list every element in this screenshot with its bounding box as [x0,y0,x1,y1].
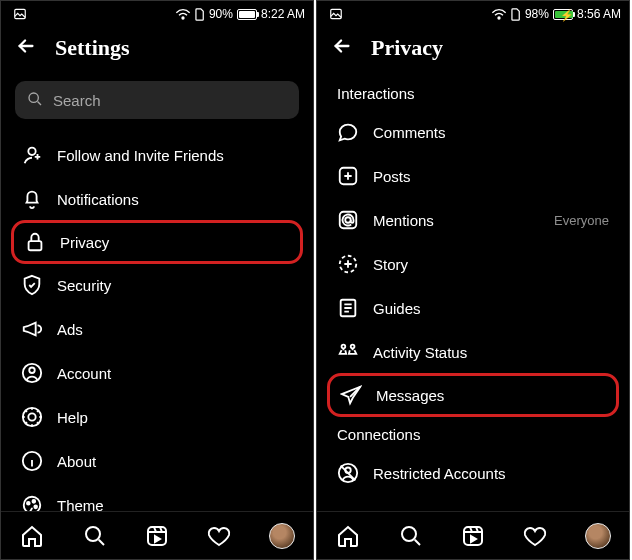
clock: 8:22 AM [261,7,305,21]
svg-point-11 [27,502,30,505]
search-nav-icon[interactable] [398,523,424,549]
menu-label: Restricted Accounts [373,465,506,482]
svg-point-23 [342,345,346,349]
svg-point-14 [86,527,100,541]
menu-activity-status[interactable]: Activity Status [319,330,627,374]
menu-mentions[interactable]: Mentions Everyone [319,198,627,242]
svg-rect-15 [148,527,166,545]
menu-label: Security [57,277,111,294]
svg-rect-28 [464,527,482,545]
menu-label: Help [57,409,88,426]
page-title: Settings [55,35,130,61]
search-input[interactable]: Search [15,81,299,119]
wifi-icon [175,8,191,20]
menu-label: Follow and Invite Friends [57,147,224,164]
back-icon[interactable] [15,35,37,61]
menu-label: Story [373,256,408,273]
phone-privacy: 98% ⚡ 8:56 AM Privacy Interactions Comme… [316,0,630,560]
svg-point-24 [351,345,355,349]
menu-follow-invite[interactable]: Follow and Invite Friends [3,133,311,177]
menu-label: Account [57,365,111,382]
menu-theme[interactable]: Theme [3,483,311,511]
theme-icon [21,494,43,511]
picture-icon [329,7,343,21]
menu-label: Activity Status [373,344,467,361]
heart-icon[interactable] [522,523,548,549]
reels-icon[interactable] [144,523,170,549]
bottom-nav [317,511,629,559]
menu-help[interactable]: Help [3,395,311,439]
battery-icon [237,9,257,20]
menu-notifications[interactable]: Notifications [3,177,311,221]
svg-point-12 [32,500,35,503]
menu-label: Privacy [60,234,109,251]
guides-icon [337,297,359,319]
menu-privacy[interactable]: Privacy [11,220,303,264]
profile-avatar[interactable] [585,523,611,549]
menu-comments[interactable]: Comments [319,110,627,154]
megaphone-icon [21,318,43,340]
svg-point-3 [28,148,35,155]
menu-about[interactable]: About [3,439,311,483]
menu-label: Mentions [373,212,434,229]
svg-point-17 [498,17,500,19]
menu-posts[interactable]: Posts [319,154,627,198]
picture-icon [13,7,27,21]
account-icon [21,362,43,384]
help-icon [21,406,43,428]
sim-icon [195,8,205,21]
clock: 8:56 AM [577,7,621,21]
status-bar: 90% 8:22 AM [1,1,313,27]
search-placeholder: Search [53,92,101,109]
svg-point-13 [34,505,37,508]
home-icon[interactable] [19,523,45,549]
heart-icon[interactable] [206,523,232,549]
svg-point-6 [29,368,35,374]
svg-point-8 [28,413,35,420]
mentions-icon [337,209,359,231]
sim-icon [511,8,521,21]
bottom-nav [1,511,313,559]
battery-icon: ⚡ [553,9,573,20]
battery-pct: 90% [209,7,233,21]
search-nav-icon[interactable] [82,523,108,549]
menu-security[interactable]: Security [3,263,311,307]
profile-avatar[interactable] [269,523,295,549]
menu-label: Guides [373,300,421,317]
search-icon [27,91,43,110]
menu-label: Messages [376,387,444,404]
menu-account[interactable]: Account [3,351,311,395]
back-icon[interactable] [331,35,353,61]
menu-label: Notifications [57,191,139,208]
svg-point-2 [29,93,38,102]
menu-label: About [57,453,96,470]
story-icon [337,253,359,275]
comment-icon [337,121,359,143]
svg-rect-4 [29,241,42,250]
section-interactions: Interactions [319,75,627,110]
phone-settings: 90% 8:22 AM Settings Search Follow and I… [0,0,314,560]
privacy-list: Interactions Comments Posts Mentions Eve… [317,75,629,511]
home-icon[interactable] [335,523,361,549]
menu-guides[interactable]: Guides [319,286,627,330]
menu-label: Theme [57,497,104,512]
header: Privacy [317,27,629,75]
svg-point-27 [402,527,416,541]
header: Settings [1,27,313,75]
battery-pct: 98% [525,7,549,21]
info-icon [21,450,43,472]
restricted-icon [337,462,359,484]
follow-invite-icon [21,144,43,166]
page-title: Privacy [371,35,443,61]
section-connections: Connections [319,416,627,451]
wifi-icon [491,8,507,20]
reels-icon[interactable] [460,523,486,549]
menu-label: Comments [373,124,446,141]
posts-icon [337,165,359,187]
activity-icon [337,341,359,363]
status-bar: 98% ⚡ 8:56 AM [317,1,629,27]
menu-ads[interactable]: Ads [3,307,311,351]
menu-restricted[interactable]: Restricted Accounts [319,451,627,495]
menu-messages[interactable]: Messages [327,373,619,417]
menu-story[interactable]: Story [319,242,627,286]
